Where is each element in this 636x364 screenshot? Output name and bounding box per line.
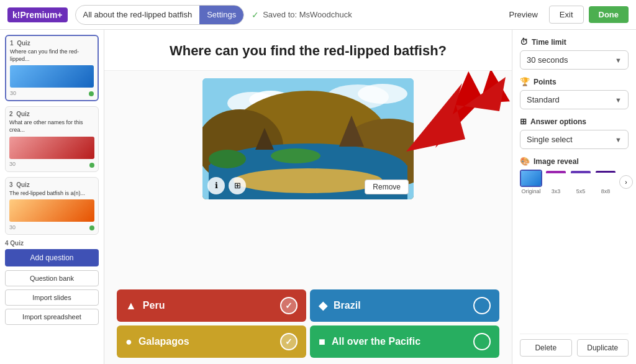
svg-point-14 — [271, 148, 320, 163]
answer-pacific-label: All over the Pacific — [332, 336, 420, 347]
points-section: 🏆 Points Standard ▼ — [520, 77, 629, 109]
reveal-8x8-label: 8x8 — [601, 188, 611, 194]
answer-options-label: Answer options — [530, 117, 586, 126]
sidebar-item-1-num: 30 — [10, 90, 16, 96]
answer-peru-icon: ▲ — [125, 299, 137, 312]
sidebar-item-1-label: 1 Quiz — [10, 40, 94, 47]
image-crop-button[interactable]: ⊞ — [229, 177, 246, 194]
answer-galapagos-left: ● Galapagos — [125, 335, 189, 348]
time-limit-value: 30 seconds — [527, 55, 568, 65]
reveal-5x5[interactable]: 5x5 — [570, 170, 592, 194]
question-bank-button[interactable]: Question bank — [5, 270, 99, 286]
add-question-button[interactable]: Add question — [5, 249, 99, 266]
reveal-8x8[interactable]: 8x8 — [594, 170, 617, 194]
sidebar: 1 Quiz Where can you find the red-lipped… — [0, 30, 104, 364]
answer-peru-left: ▲ Peru — [125, 299, 165, 312]
preview-button[interactable]: Preview — [503, 6, 544, 23]
image-reveal-label: Image reveal — [534, 157, 579, 166]
sidebar-item-3-dot — [89, 225, 94, 230]
image-reveal-section: 🎨 Image reveal Original — [520, 157, 629, 194]
reveal-8x8-thumb — [594, 170, 617, 187]
answer-pacific-left: ■ All over the Pacific — [319, 335, 420, 348]
image-info-button[interactable]: ℹ — [207, 177, 225, 194]
points-value: Standard — [527, 95, 560, 104]
answer-galapagos-check: ✓ — [280, 333, 298, 350]
answer-pacific-check — [473, 333, 491, 350]
import-slides-button[interactable]: Import slides — [5, 289, 99, 306]
image-controls: ℹ ⊞ — [207, 177, 246, 194]
exit-button[interactable]: Exit — [549, 6, 584, 24]
saved-check-icon: ✓ — [252, 10, 259, 20]
delete-button[interactable]: Delete — [520, 339, 572, 357]
header-title-bar: All about the red-lipped batfish Setting… — [75, 5, 245, 25]
sidebar-item-1-thumb — [10, 65, 94, 88]
sidebar-item-3-num: 30 — [9, 224, 16, 230]
points-label: Points — [534, 78, 556, 86]
sidebar-item-2[interactable]: 2 Quiz What are other names for this cre… — [5, 106, 99, 171]
reveal-original-thumb — [520, 170, 542, 187]
sidebar-item-1[interactable]: 1 Quiz Where can you find the red-lipped… — [5, 35, 99, 101]
reveal-original[interactable]: Original — [520, 170, 542, 194]
reveal-next-button[interactable]: › — [619, 175, 633, 189]
main-layout: 1 Quiz Where can you find the red-lipped… — [0, 30, 636, 364]
app-header: k!Premium+ All about the red-lipped batf… — [0, 0, 636, 30]
saved-status: ✓ Saved to: MsWoodchuck — [252, 10, 495, 20]
panel-footer: Delete Duplicate — [520, 334, 629, 357]
answer-brazil-label: Brazil — [334, 300, 361, 311]
settings-button[interactable]: Settings — [199, 5, 243, 25]
sidebar-item-3-question: The red-lipped batfish is a(n)... — [9, 190, 94, 198]
svg-point-13 — [209, 150, 246, 168]
right-panel: ⏱ Time limit 30 seconds ▼ 🏆 Points Stand… — [512, 30, 636, 364]
answer-options-dropdown[interactable]: Single select ▼ — [520, 130, 629, 149]
lesson-title: All about the red-lipped batfish — [76, 10, 200, 19]
points-chevron: ▼ — [615, 96, 622, 104]
duplicate-button[interactable]: Duplicate — [577, 339, 629, 357]
import-spreadsheet-button[interactable]: Import spreadsheet — [5, 309, 99, 325]
time-limit-dropdown[interactable]: 30 seconds ▼ — [520, 50, 629, 70]
sidebar-item-2-num: 30 — [9, 161, 16, 167]
svg-marker-16 — [406, 77, 506, 152]
time-limit-chevron: ▼ — [615, 57, 622, 64]
reveal-original-label: Original — [521, 188, 540, 194]
sidebar-item-1-dot — [89, 91, 94, 96]
answer-brazil[interactable]: ◆ Brazil — [310, 289, 499, 322]
brand-logo: k!Premium+ — [7, 7, 68, 22]
sidebar-item-3-label: 3 Quiz — [9, 181, 94, 188]
header-actions: Preview Exit Done — [503, 6, 629, 24]
answer-pacific-icon: ■ — [319, 335, 325, 348]
sidebar-item-3-thumb — [9, 199, 94, 222]
time-limit-label: Time limit — [532, 38, 566, 47]
image-area: ℹ ⊞ Remove — [104, 71, 512, 284]
answer-brazil-left: ◆ Brazil — [319, 299, 361, 312]
saved-text: Saved to: MsWoodchuck — [263, 10, 352, 19]
question-area: Where can you find the red-lipped batfis… — [104, 30, 512, 71]
points-icon: 🏆 — [520, 77, 530, 86]
sidebar-item-3[interactable]: 3 Quiz The red-lipped batfish is a(n)...… — [5, 177, 99, 235]
reveal-3x3[interactable]: 3x3 — [545, 170, 567, 194]
answer-options-header: ⊞ Answer options — [520, 117, 629, 126]
answer-pacific[interactable]: ■ All over the Pacific — [310, 325, 499, 358]
sidebar-item-4-label: 4 Quiz — [5, 240, 99, 247]
main-content: Where can you find the red-lipped batfis… — [104, 30, 512, 364]
remove-image-button[interactable]: Remove — [365, 180, 409, 194]
time-limit-header: ⏱ Time limit — [520, 37, 629, 47]
sidebar-item-2-label: 2 Quiz — [9, 111, 94, 117]
answer-peru-label: Peru — [143, 300, 165, 311]
answer-galapagos-label: Galapagos — [139, 336, 189, 347]
question-text: Where can you find the red-lipped batfis… — [123, 42, 493, 60]
answer-options-icon: ⊞ — [520, 117, 527, 126]
done-button[interactable]: Done — [589, 6, 629, 23]
answer-galapagos[interactable]: ● Galapagos ✓ — [117, 325, 306, 358]
reveal-5x5-thumb — [570, 170, 592, 187]
reveal-5x5-label: 5x5 — [576, 188, 586, 194]
sidebar-item-1-question: Where can you find the red-lipped... — [10, 48, 94, 63]
answer-brazil-icon: ◆ — [319, 299, 327, 312]
answer-peru[interactable]: ▲ Peru ✓ — [117, 289, 306, 322]
image-reveal-options: Original 3x3 — [520, 170, 629, 194]
points-header: 🏆 Points — [520, 77, 629, 86]
points-dropdown[interactable]: Standard ▼ — [520, 90, 629, 109]
svg-point-10 — [234, 168, 383, 193]
answer-options-section: ⊞ Answer options Single select ▼ — [520, 117, 629, 149]
answer-options-value: Single select — [527, 135, 573, 144]
answer-brazil-check — [473, 297, 491, 314]
